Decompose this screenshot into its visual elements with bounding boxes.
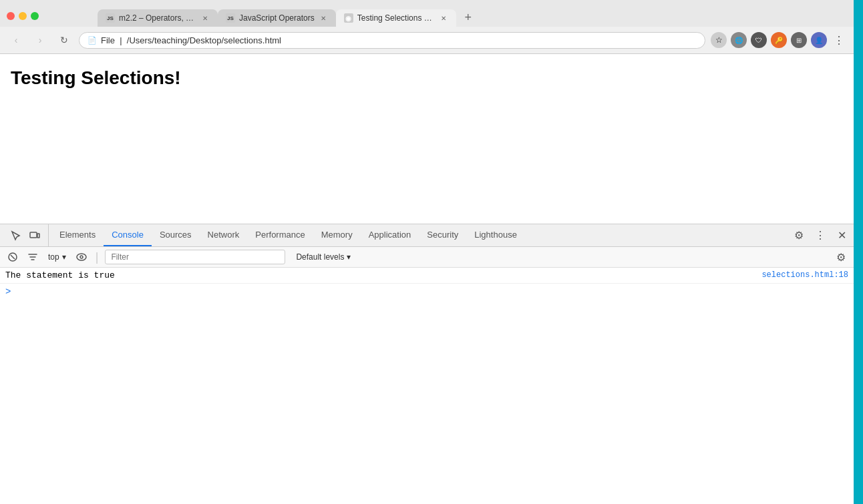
tab-console[interactable]: Console	[104, 224, 152, 246]
address-protocol-icon: 📄	[88, 36, 97, 45]
log-levels-button[interactable]: Default levels ▾	[291, 250, 356, 264]
console-log-entry-0: The statement is true selections.html:18	[0, 268, 854, 284]
devtools-more-button[interactable]: ⋮	[811, 226, 830, 245]
log-levels-label: Default levels	[296, 252, 344, 262]
svg-point-5	[80, 256, 83, 258]
tab-performance[interactable]: Performance	[247, 224, 313, 246]
browser-tab-3[interactable]: ◉ Testing Selections and Boole... ✕	[336, 9, 456, 27]
address-bar[interactable]: 📄 File | /Users/teaching/Desktop/selecti…	[79, 32, 705, 49]
devtools-close-button[interactable]: ✕	[832, 226, 851, 245]
devtools-tab-list: Elements Console Sources Network Perform…	[48, 224, 525, 246]
close-button[interactable]	[7, 12, 15, 20]
tab-2-close[interactable]: ✕	[319, 13, 328, 23]
tab-security[interactable]: Security	[419, 224, 466, 246]
back-button[interactable]: ‹	[7, 31, 25, 49]
tab-sources[interactable]: Sources	[152, 224, 200, 246]
filter-button[interactable]	[25, 250, 40, 264]
console-log-text-0: The statement is true	[5, 270, 761, 280]
tab-1-title: m2.2 – Operators, Booleans &	[119, 13, 196, 23]
forward-button[interactable]: ›	[31, 31, 49, 49]
live-expressions-button[interactable]	[74, 250, 89, 264]
context-selector[interactable]: top ▾	[45, 251, 69, 263]
console-filter-input[interactable]	[105, 250, 285, 264]
svg-rect-1	[37, 234, 39, 238]
console-log-source-0[interactable]: selections.html:18	[761, 270, 848, 280]
page-content: Testing Selections!	[0, 54, 854, 224]
svg-rect-0	[30, 232, 37, 238]
tab-2-favicon: JS	[226, 13, 235, 23]
tab-lighthouse[interactable]: Lighthouse	[466, 224, 525, 246]
context-label: top	[48, 252, 59, 262]
devtools-panel: Elements Console Sources Network Perform…	[0, 224, 854, 504]
maximize-button[interactable]	[31, 12, 39, 20]
log-levels-arrow: ▾	[347, 252, 351, 262]
tab-memory[interactable]: Memory	[313, 224, 361, 246]
minimize-button[interactable]	[19, 12, 27, 20]
tab-elements[interactable]: Elements	[51, 224, 104, 246]
tab-1-favicon: JS	[106, 13, 115, 23]
tab-2-title: JavaScript Operators	[239, 13, 315, 23]
tab-3-close[interactable]: ✕	[439, 13, 448, 23]
traffic-lights[interactable]	[7, 12, 39, 20]
profile-avatar[interactable]: 👤	[811, 32, 827, 48]
svg-point-4	[77, 254, 86, 260]
profile-icon-1[interactable]: 🌐	[731, 32, 747, 48]
extension-icon-3[interactable]: ⊞	[791, 32, 807, 48]
address-text: File | /Users/teaching/Desktop/selection…	[101, 35, 697, 45]
svg-line-3	[11, 255, 15, 259]
menu-button[interactable]: ⋮	[831, 32, 847, 48]
extension-icon-1[interactable]: 🛡	[751, 32, 767, 48]
device-toolbar-icon[interactable]	[27, 228, 43, 244]
tab-3-favicon: ◉	[344, 13, 353, 23]
toolbar-divider: |	[96, 250, 99, 264]
context-dropdown-icon: ▾	[62, 252, 66, 262]
extension-icon-2[interactable]: 🔑	[771, 32, 787, 48]
devtools-actions: ⚙ ⋮ ✕	[790, 226, 851, 245]
console-output: The statement is true selections.html:18…	[0, 268, 854, 504]
tab-1-close[interactable]: ✕	[200, 13, 210, 23]
tab-network[interactable]: Network	[200, 224, 248, 246]
clear-console-button[interactable]	[5, 250, 20, 264]
console-settings-button[interactable]: ⚙	[834, 250, 848, 264]
console-prompt-arrow: >	[5, 286, 11, 297]
devtools-tab-bar: Elements Console Sources Network Perform…	[0, 224, 854, 247]
browser-tab-2[interactable]: JS JavaScript Operators ✕	[218, 9, 336, 27]
tabs-bar: JS m2.2 – Operators, Booleans & ✕ JS Jav…	[44, 8, 478, 27]
omnibar: ‹ › ↻ 📄 File | /Users/teaching/Desktop/s…	[0, 27, 854, 54]
toolbar-icons: ☆ 🌐 🛡 🔑 ⊞ 👤 ⋮	[711, 32, 847, 48]
bookmark-button[interactable]: ☆	[711, 32, 727, 48]
reload-button[interactable]: ↻	[55, 31, 73, 49]
tab-3-title: Testing Selections and Boole...	[357, 13, 435, 23]
console-prompt[interactable]: >	[0, 284, 854, 300]
browser-tab-1[interactable]: JS m2.2 – Operators, Booleans & ✕	[98, 9, 218, 27]
inspect-element-icon[interactable]	[8, 228, 24, 244]
browser-scrollbar	[854, 0, 863, 504]
new-tab-button[interactable]: +	[459, 8, 478, 27]
devtools-tool-icons	[3, 228, 48, 244]
console-toolbar: top ▾ | Default levels ▾ ⚙	[0, 247, 854, 268]
tab-application[interactable]: Application	[361, 224, 419, 246]
page-title: Testing Selections!	[11, 67, 843, 89]
devtools-settings-button[interactable]: ⚙	[790, 226, 808, 245]
